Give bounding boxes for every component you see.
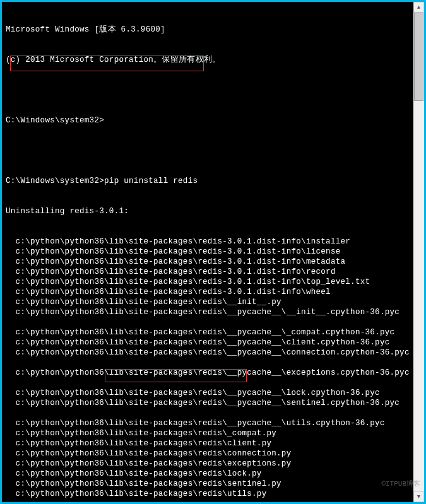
file-path: c:\python\python36\lib\site-packages\red… bbox=[6, 428, 410, 438]
prompt-empty: C:\Windows\system32> bbox=[6, 115, 410, 126]
file-path: c:\python\python36\lib\site-packages\red… bbox=[6, 368, 410, 378]
scroll-thumb[interactable] bbox=[414, 13, 423, 101]
file-path: c:\python\python36\lib\site-packages\red… bbox=[6, 479, 410, 489]
prompt-text: C:\Windows\system32> bbox=[6, 177, 104, 185]
file-path: c:\python\python36\lib\site-packages\red… bbox=[6, 388, 410, 398]
file-path: c:\python\python36\lib\site-packages\red… bbox=[6, 337, 410, 348]
file-path bbox=[6, 408, 410, 418]
file-path: c:\python\python36\lib\site-packages\red… bbox=[6, 307, 410, 317]
vertical-scrollbar[interactable]: ▲ ▼ bbox=[413, 2, 424, 502]
file-path: c:\python\python36\lib\site-packages\red… bbox=[6, 257, 410, 267]
cmd-text: pip uninstall redis bbox=[104, 177, 198, 185]
scroll-up-button[interactable]: ▲ bbox=[413, 2, 424, 13]
header-line-2: (c) 2013 Microsoft Corporation。保留所有权利。 bbox=[6, 55, 410, 65]
file-path: c:\python\python36\lib\site-packages\red… bbox=[6, 489, 410, 499]
scroll-track[interactable] bbox=[413, 13, 424, 491]
file-path: c:\python\python36\lib\site-packages\red… bbox=[6, 327, 410, 337]
file-path: c:\python\python36\lib\site-packages\red… bbox=[6, 469, 410, 479]
file-path: c:\python\python36\lib\site-packages\red… bbox=[6, 348, 410, 358]
terminal-output[interactable]: Microsoft Windows [版本 6.3.9600] (c) 2013… bbox=[2, 2, 413, 502]
file-path: c:\python\python36\lib\site-packages\red… bbox=[6, 459, 410, 469]
file-path bbox=[6, 358, 410, 368]
file-path bbox=[6, 317, 410, 327]
watermark-text: ©ITPUB博客 bbox=[381, 479, 420, 488]
file-path: c:\python\python36\lib\site-packages\red… bbox=[6, 287, 410, 297]
file-path: c:\python\python36\lib\site-packages\red… bbox=[6, 418, 410, 428]
file-path: c:\python\python36\lib\site-packages\red… bbox=[6, 297, 410, 307]
header-line-1: Microsoft Windows [版本 6.3.9600] bbox=[6, 25, 410, 35]
blank-line bbox=[6, 85, 410, 95]
file-list: c:\python\python36\lib\site-packages\red… bbox=[6, 237, 410, 499]
file-path: c:\python\python36\lib\site-packages\red… bbox=[6, 438, 410, 448]
command-uninstall: C:\Windows\system32>pip uninstall redis bbox=[6, 176, 410, 186]
blank-line bbox=[6, 146, 410, 156]
file-path: c:\python\python36\lib\site-packages\red… bbox=[6, 448, 410, 459]
file-path bbox=[6, 378, 410, 388]
file-path: c:\python\python36\lib\site-packages\red… bbox=[6, 237, 410, 247]
file-path: c:\python\python36\lib\site-packages\red… bbox=[6, 267, 410, 277]
terminal-window: Microsoft Windows [版本 6.3.9600] (c) 2013… bbox=[2, 2, 424, 502]
file-path: c:\python\python36\lib\site-packages\red… bbox=[6, 277, 410, 287]
file-path: c:\python\python36\lib\site-packages\red… bbox=[6, 247, 410, 257]
uninstall-header: Uninstalling redis-3.0.1: bbox=[6, 206, 410, 216]
file-path: c:\python\python36\lib\site-packages\red… bbox=[6, 398, 410, 408]
scroll-down-button[interactable]: ▼ bbox=[413, 491, 424, 502]
